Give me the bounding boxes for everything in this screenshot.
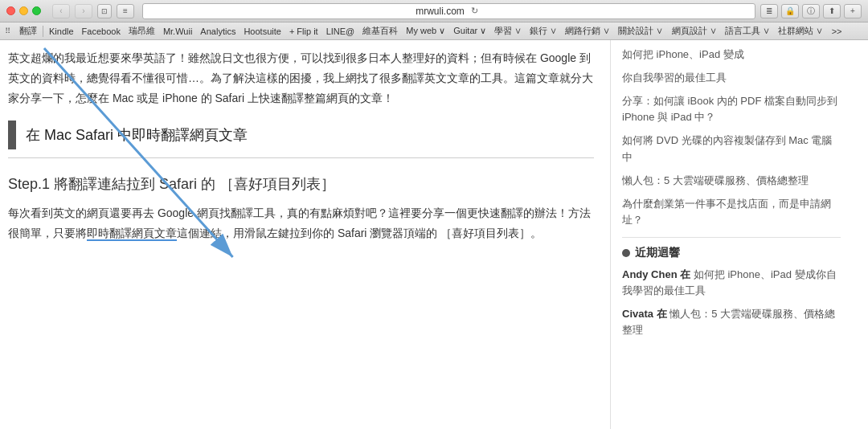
article-intro: 英文超爛的我最近想要來學英語了！雖然說日文也很方便，可以找到很多日本人整理好的資… — [8, 48, 594, 109]
bullet-circle-icon — [622, 249, 630, 257]
bookmark-item[interactable]: Guitar ∨ — [449, 25, 490, 37]
sidebar-link[interactable]: 如何把 iPhone、iPad 變成 — [622, 47, 841, 63]
window-mode-button[interactable]: ⊡ — [97, 4, 112, 18]
comment-item: Civata 在 懶人包：5 大雲端硬碟服務、價格總整理 — [622, 306, 841, 337]
share-icon: ⬆ — [829, 6, 835, 15]
sidebar-divider — [622, 237, 841, 238]
maximize-button[interactable] — [32, 6, 41, 15]
bookmarks-more-button[interactable]: >> — [829, 26, 845, 37]
comment-author: Andy Chen 在 — [622, 268, 694, 280]
reload-button[interactable]: ↻ — [468, 4, 482, 18]
sidebar-comments: Andy Chen 在 如何把 iPhone、iPad 變成你自我學習的最佳工具… — [622, 267, 841, 337]
info-button[interactable]: ⓘ — [802, 4, 820, 18]
new-tab-button[interactable]: + — [844, 4, 862, 18]
bookmark-item[interactable]: + Flip it — [285, 26, 322, 37]
article-heading-block: 在 Mac Safari 中即時翻譯網頁文章 — [8, 121, 594, 158]
sidebar-link[interactable]: 如何將 DVD 光碟的內容複製儲存到 Mac 電腦中 — [622, 133, 841, 166]
bookmark-item[interactable]: 瑞昂維 — [125, 24, 159, 38]
article-content: 英文超爛的我最近想要來學英語了！雖然說日文也很方便，可以找到很多日本人整理好的資… — [0, 40, 611, 429]
heading-bar-decoration — [8, 121, 16, 149]
bookmark-item[interactable]: 社群網站 ∨ — [774, 24, 827, 38]
sidebar-link[interactable]: 分享：如何讓 iBook 內的 PDF 檔案自動同步到 iPhone 與 iPa… — [622, 93, 841, 127]
close-button[interactable] — [6, 6, 15, 15]
address-bar-group: mrwuli.com ↻ — [142, 3, 755, 19]
bookmark-item[interactable]: 維基百科 — [358, 24, 402, 38]
article-heading: 在 Mac Safari 中即時翻譯網頁文章 — [26, 125, 248, 145]
inline-link[interactable]: 即時翻譯網頁文章 — [87, 227, 177, 241]
address-bar[interactable]: mrwuli.com ↻ — [142, 3, 755, 19]
bookmarks-list: 翻譯KindleFacebook瑞昂維Mr.WuiiAnalyticsHoots… — [15, 24, 827, 38]
sidebar-section-title: 近期迴響 — [622, 246, 841, 260]
sidebar-link[interactable]: 為什麼創業第一件事不是找店面，而是申請網址？ — [622, 196, 841, 230]
bookmarks-bar: ⠿ 翻譯KindleFacebook瑞昂維Mr.WuiiAnalyticsHoo… — [0, 22, 868, 40]
bookmark-item[interactable]: Facebook — [78, 26, 125, 37]
bookmark-item[interactable]: 網路行銷 ∨ — [561, 24, 614, 38]
reader-mode-button[interactable]: ≣ — [760, 4, 778, 18]
sidebar: 如何把 iPhone、iPad 變成你自我學習的最佳工具分享：如何讓 iBook… — [611, 40, 852, 429]
main-area: 英文超爛的我最近想要來學英語了！雖然說日文也很方便，可以找到很多日本人整理好的資… — [0, 40, 868, 429]
bookmark-separator — [43, 26, 43, 37]
comment-author: Civata 在 — [622, 308, 669, 320]
bookmarks-grid-icon[interactable]: ⠿ — [5, 27, 10, 35]
bookmark-item[interactable]: 語言工具 ∨ — [721, 24, 774, 38]
bookmark-item[interactable]: 翻譯 — [15, 24, 41, 38]
bookmark-item[interactable]: My web ∨ — [402, 25, 449, 37]
bookmark-item[interactable]: 關於設計 ∨ — [614, 24, 667, 38]
sidebar-toggle-button[interactable]: ≡ — [117, 4, 134, 18]
traffic-lights — [6, 6, 41, 15]
url-text: mrwuli.com — [416, 6, 465, 17]
bookmark-item[interactable]: Analytics — [196, 26, 240, 37]
bookmark-item[interactable]: 網頁設計 ∨ — [668, 24, 721, 38]
article-body: 每次看到英文的網頁還要再去 Google 網頁找翻譯工具，真的有點麻煩對吧？這裡… — [8, 203, 594, 243]
sidebar-links: 如何把 iPhone、iPad 變成你自我學習的最佳工具分享：如何讓 iBook… — [622, 47, 841, 229]
step-heading: Step.1 將翻譯連結拉到 Safari 的 ［喜好項目列表］ — [8, 174, 594, 194]
forward-button[interactable]: › — [75, 4, 92, 18]
bookmark-item[interactable]: Kindle — [45, 26, 78, 37]
body-text-end: 這個連結，用滑鼠左鍵拉到你的 Safari 瀏覽器頂端的 ［喜好項目列表］。 — [177, 227, 542, 239]
back-button[interactable]: ‹ — [52, 4, 70, 18]
privacy-button[interactable]: 🔒 — [781, 4, 799, 18]
titlebar: ‹ › ⊡ ≡ mrwuli.com ↻ ≣ 🔒 ⓘ ⬆ + — [0, 0, 868, 22]
sidebar-link[interactable]: 懶人包：5 大雲端硬碟服務、價格總整理 — [622, 173, 841, 190]
sidebar-link[interactable]: 你自我學習的最佳工具 — [622, 70, 841, 87]
bookmark-item[interactable]: Hootsuite — [240, 26, 285, 37]
share-button[interactable]: ⬆ — [823, 4, 841, 18]
minimize-button[interactable] — [19, 6, 28, 15]
bookmark-item[interactable]: LINE@ — [322, 26, 359, 37]
info-icon: ⓘ — [807, 6, 815, 17]
bookmark-item[interactable]: 銀行 ∨ — [526, 24, 561, 38]
bookmark-item[interactable]: Mr.Wuii — [159, 26, 196, 37]
bookmark-item[interactable]: 學習 ∨ — [490, 24, 526, 38]
comment-item: Andy Chen 在 如何把 iPhone、iPad 變成你自我學習的最佳工具 — [622, 267, 841, 298]
titlebar-right: ≣ 🔒 ⓘ ⬆ + — [760, 4, 862, 18]
lock-icon: 🔒 — [785, 6, 795, 15]
